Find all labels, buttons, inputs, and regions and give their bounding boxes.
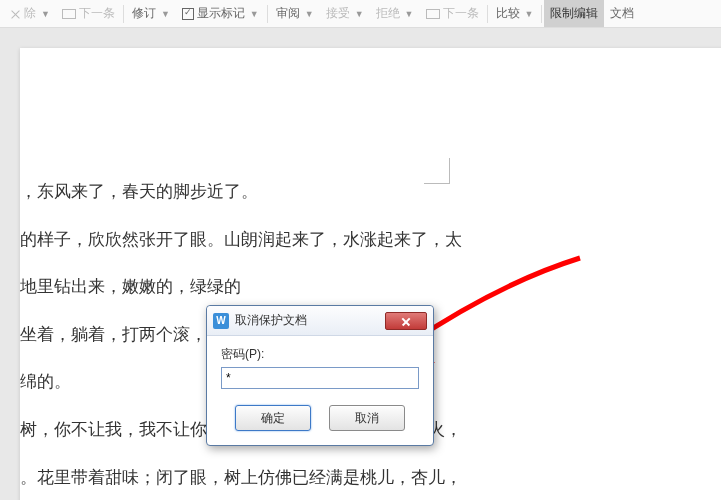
track-changes-button[interactable]: 修订 ▼ xyxy=(126,0,176,27)
chevron-down-icon: ▼ xyxy=(355,9,364,19)
toolbar-separator xyxy=(267,5,268,23)
ok-button[interactable]: 确定 xyxy=(235,405,311,431)
delete-button[interactable]: 除 ▼ xyxy=(4,0,56,27)
document-viewport[interactable]: ，东风来了，春天的脚步近了。 的样子，欣欣然张开了眼。山朗润起来了，水涨起来了，… xyxy=(0,28,721,500)
password-label: 密码(P): xyxy=(221,346,419,363)
review-label: 审阅 xyxy=(276,5,300,22)
next-label: 下一条 xyxy=(79,5,115,22)
markup-icon xyxy=(182,8,194,20)
show-markup-label: 显示标记 xyxy=(197,5,245,22)
accept-button[interactable]: 接受 ▼ xyxy=(320,0,370,27)
chevron-down-icon: ▼ xyxy=(405,9,414,19)
accept-label: 接受 xyxy=(326,5,350,22)
delete-icon xyxy=(10,8,21,19)
track-changes-label: 修订 xyxy=(132,5,156,22)
document-button[interactable]: 文档 xyxy=(604,0,640,27)
next-comment-button[interactable]: 下一条 xyxy=(56,0,121,27)
password-input[interactable] xyxy=(221,367,419,389)
page-margin-marker xyxy=(424,158,450,184)
paragraph: ，东风来了，春天的脚步近了。 xyxy=(20,168,721,216)
next-change-label: 下一条 xyxy=(443,5,479,22)
chevron-down-icon: ▼ xyxy=(161,9,170,19)
compare-button[interactable]: 比较 ▼ xyxy=(490,0,540,27)
paragraph: 地里钻出来，嫩嫩的，绿绿的 xyxy=(20,263,721,311)
chevron-down-icon: ▼ xyxy=(41,9,50,19)
dialog-actions: 确定 取消 xyxy=(207,395,433,445)
toolbar-separator xyxy=(541,5,542,23)
chevron-down-icon: ▼ xyxy=(250,9,259,19)
next-icon xyxy=(426,9,440,19)
paragraph: 的样子，欣欣然张开了眼。山朗润起来了，水涨起来了，太 xyxy=(20,216,721,264)
restrict-editing-label: 限制编辑 xyxy=(550,5,598,22)
app-icon: W xyxy=(213,313,229,329)
chevron-down-icon: ▼ xyxy=(305,9,314,19)
reject-button[interactable]: 拒绝 ▼ xyxy=(370,0,420,27)
compare-label: 比较 xyxy=(496,5,520,22)
toolbar-separator xyxy=(123,5,124,23)
delete-label: 除 xyxy=(24,5,36,22)
dialog-title: 取消保护文档 xyxy=(235,312,307,329)
unprotect-document-dialog: W 取消保护文档 密码(P): 确定 取消 xyxy=(206,305,434,446)
toolbar-separator xyxy=(487,5,488,23)
close-button[interactable] xyxy=(385,312,427,330)
toolbar: 除 ▼ 下一条 修订 ▼ 显示标记 ▼ 审阅 ▼ 接受 ▼ 拒绝 ▼ 下一条 比… xyxy=(0,0,721,28)
show-markup-button[interactable]: 显示标记 ▼ xyxy=(176,0,265,27)
document-label: 文档 xyxy=(610,5,634,22)
chevron-down-icon: ▼ xyxy=(525,9,534,19)
dialog-body: 密码(P): xyxy=(207,336,433,395)
next-change-button[interactable]: 下一条 xyxy=(420,0,485,27)
restrict-editing-button[interactable]: 限制编辑 xyxy=(544,0,604,27)
review-button[interactable]: 审阅 ▼ xyxy=(270,0,320,27)
next-icon xyxy=(62,9,76,19)
paragraph: 。花里带着甜味；闭了眼，树上仿佛已经满是桃儿，杏儿， xyxy=(20,454,721,500)
reject-label: 拒绝 xyxy=(376,5,400,22)
cancel-button[interactable]: 取消 xyxy=(329,405,405,431)
dialog-titlebar[interactable]: W 取消保护文档 xyxy=(207,306,433,336)
close-icon xyxy=(401,316,411,326)
